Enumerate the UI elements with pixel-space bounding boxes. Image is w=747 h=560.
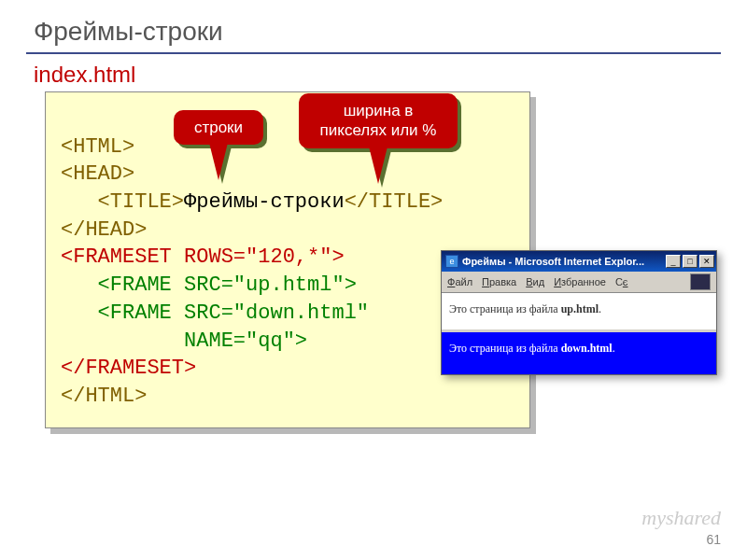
menu-view[interactable]: Вид <box>526 276 544 287</box>
frame-bottom: Это страница из файла down.html. <box>442 332 716 374</box>
throbber-icon <box>690 273 711 290</box>
code-line: <FRAME SRC="down.html" <box>61 301 369 325</box>
ie-icon: e <box>445 255 458 268</box>
code-line: <HEAD> <box>61 162 134 186</box>
minimize-button[interactable]: _ <box>666 255 681 268</box>
code-line: NAME="qq"> <box>61 329 307 353</box>
code-line: <FRAMESET ROWS="120,*"> <box>61 245 345 269</box>
code-line: </TITLE> <box>345 190 444 214</box>
code-line: <TITLE> <box>61 190 184 214</box>
browser-titlebar: e Фреймы - Microsoft Internet Explor... … <box>442 251 716 272</box>
code-text: Фреймы-строки <box>184 190 345 214</box>
menu-edit[interactable]: Правка <box>482 276 516 287</box>
callout-rows: строки <box>174 110 263 145</box>
menu-file[interactable]: Файл <box>447 276 472 287</box>
callout-text: строки <box>194 119 243 136</box>
frame-top-file: up.html <box>561 302 599 315</box>
callout-text: ширина в пикселях или % <box>320 102 437 139</box>
frame-top: Это страница из файла up.html. <box>442 293 716 332</box>
code-line: </HEAD> <box>61 218 147 242</box>
close-button[interactable]: ✕ <box>699 255 714 268</box>
watermark: myshared <box>641 506 721 530</box>
maximize-button[interactable]: □ <box>683 255 698 268</box>
filename-label: index.html <box>0 62 747 91</box>
browser-menubar: Файл Правка Вид Избранное Сє <box>442 272 716 293</box>
callout-width: ширина в пикселях или % <box>299 93 458 148</box>
code-line: <HTML> <box>61 135 134 159</box>
menu-service[interactable]: Сє <box>615 276 628 287</box>
menu-favorites[interactable]: Избранное <box>554 276 606 287</box>
browser-title: Фреймы - Microsoft Internet Explor... <box>462 256 664 267</box>
page-number: 61 <box>706 532 721 547</box>
title-underline <box>26 52 721 54</box>
frame-top-text: Это страница из файла <box>449 302 561 315</box>
slide-title: Фреймы-строки <box>0 0 747 52</box>
code-line: </HTML> <box>61 385 147 408</box>
code-line: </FRAMESET> <box>61 357 196 380</box>
browser-window: e Фреймы - Microsoft Internet Explor... … <box>441 250 717 375</box>
frame-bottom-text: Это страница из файла <box>449 342 561 355</box>
code-line: <FRAME SRC="up.html"> <box>61 273 357 297</box>
frame-bottom-file: down.html <box>561 342 613 355</box>
